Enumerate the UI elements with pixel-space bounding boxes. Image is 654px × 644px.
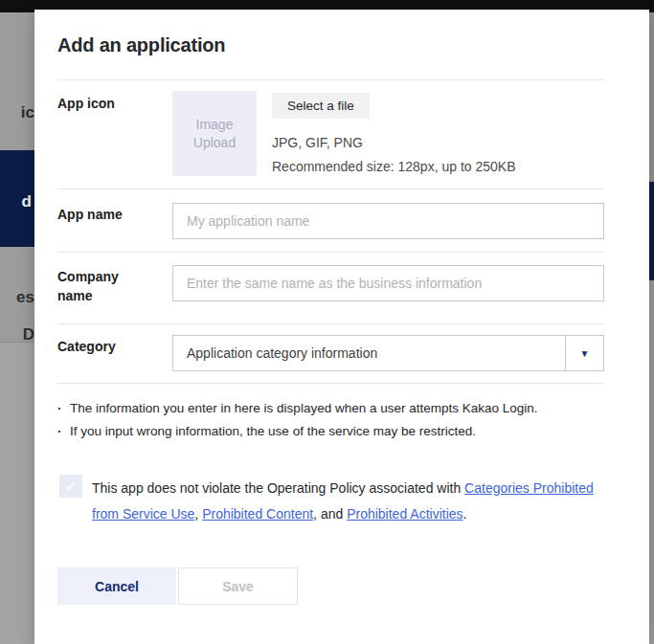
image-upload-dropzone[interactable]: Image Upload [172, 91, 257, 176]
policy-checkbox[interactable]: ✓ [59, 475, 82, 498]
image-upload-placeholder: Upload [193, 134, 236, 152]
category-select[interactable]: Application category information ▼ [172, 335, 604, 371]
cancel-button[interactable]: Cancel [57, 567, 176, 605]
policy-text-segment: This app does not violate the Operating … [92, 480, 464, 496]
note-item: If you input wrong information, the use … [57, 420, 538, 443]
policy-link[interactable]: Prohibited Activities [347, 506, 462, 522]
divider [57, 252, 604, 253]
background-navy-banner: d [0, 150, 34, 247]
dimmed-page-left-edge: ic d es D [0, 12, 34, 644]
dimmed-page-right-edge [649, 12, 654, 644]
save-button[interactable]: Save [178, 567, 298, 605]
recommended-size-text: Recommended size: 128px, up to 250KB [272, 159, 516, 174]
policy-text-segment: . [463, 506, 467, 522]
category-select-value: Application category information [173, 345, 565, 361]
company-name-label: Company name [57, 267, 153, 305]
check-icon: ✓ [65, 478, 77, 494]
select-file-button[interactable]: Select a file [272, 93, 370, 119]
app-icon-label: App icon [57, 94, 153, 113]
divider [57, 383, 604, 384]
policy-text-segment: , [194, 506, 202, 522]
policy-text-segment: , and [313, 506, 347, 522]
modal-title: Add an application [57, 34, 225, 56]
divider [57, 79, 604, 80]
image-upload-placeholder: Image [196, 116, 234, 134]
category-label: Category [57, 337, 153, 356]
app-name-label: App name [57, 205, 153, 224]
add-application-modal: Add an application App icon Image Upload… [34, 10, 649, 644]
policy-link[interactable]: Prohibited Content [202, 506, 313, 522]
background-text-fragment: es [16, 288, 34, 307]
company-name-input[interactable] [172, 265, 604, 301]
background-text-fragment: ic [21, 103, 34, 122]
allowed-formats-text: JPG, GIF, PNG [272, 135, 363, 150]
background-navy-banner [649, 182, 654, 280]
note-item: The information you enter in here is dis… [57, 397, 538, 420]
app-name-input[interactable] [172, 203, 604, 239]
chevron-down-icon: ▼ [580, 348, 590, 359]
background-lower-section [0, 343, 34, 644]
divider [57, 323, 604, 324]
info-notes: The information you enter in here is dis… [57, 397, 538, 443]
policy-text: This app does not violate the Operating … [92, 476, 603, 527]
category-select-arrow-cell[interactable]: ▼ [565, 336, 603, 370]
background-text-fragment: d [22, 192, 32, 211]
background-lower-section [649, 280, 654, 644]
divider [57, 189, 604, 189]
